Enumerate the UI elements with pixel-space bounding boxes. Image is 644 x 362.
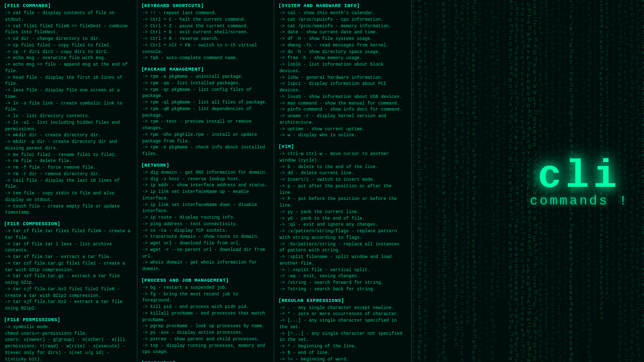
section-title-2-2: [REGULAR EXPRESSIONS] — [278, 298, 407, 303]
list-item: -> tar czf file.tar.gz file1 file2 - cre… — [4, 261, 133, 274]
list-item: -> symbolic mode. — [4, 324, 133, 331]
content-area: [FILE COMMANDS]-> cat file - display con… — [0, 0, 412, 362]
list-item: -> lsusb - show information about USB de… — [278, 94, 407, 100]
list-item: -> ss -ta - display TCP sockets. — [141, 228, 270, 234]
list-item: -> Ctrl + R - reverse search. — [141, 36, 270, 42]
list-item: -> rpm -e pkgName - uninstall package. — [141, 74, 270, 80]
list-item: -> echo msg - overwrite file with msg. — [4, 55, 133, 62]
list-item: -> kill pid - end process with pid# pid. — [141, 304, 270, 311]
list-item: -> ip addr - show interface address and … — [141, 182, 270, 189]
list-item: -> head file - display the first 10 line… — [4, 75, 133, 88]
section-0-2: [FILE PERMISSIONS]-> symbolic mode.chmod… — [4, 317, 133, 362]
list-item: -> ping address - test connectivity. — [141, 221, 270, 228]
section-title-2-0: [SYSTEM AND HARDWARE INFO] — [278, 3, 407, 9]
section-title-0-0: [FILE COMMANDS] — [4, 3, 133, 9]
list-item: -> Ctrl + D - exit current shell/screen. — [141, 29, 270, 36]
list-item: -> cat file1 file2 fileN >> fileDest - c… — [4, 23, 133, 36]
list-item: permissions: r(read) - w(rite) - x(execu… — [4, 343, 133, 350]
list-item: -> dig -x host - reverse lookup host. — [141, 176, 270, 183]
list-item: -> man command - show the manual for com… — [278, 100, 407, 107]
list-item: -> less file - display file one screen a… — [4, 87, 133, 100]
list-item: -> ip link set interfaceName down - disa… — [141, 202, 270, 215]
list-item: chmod users=+-permissions file. — [4, 331, 133, 337]
section-0-1: [FILE COMPRESSION]-> tar cf file.tar fil… — [4, 221, 133, 312]
section-title-1-0: [KEYBOARD SHORTCUTS] — [141, 3, 270, 9]
list-item: -> yG - yank to the end of file. — [278, 216, 407, 222]
list-item: -> rm -r dir - remove directory dir. — [4, 171, 133, 178]
list-item: -> cd dir - change directory to dir. — [4, 36, 133, 42]
section-2-1: [VIM]-> ctrl-w ctrl-w - move cursor to a… — [278, 144, 407, 293]
list-item: -> ls -al - list including hidden files … — [4, 120, 133, 133]
section-title-0-1: [FILE COMPRESSION] — [4, 221, 133, 227]
list-item: -> tar tf file.tar l less - list archive… — [4, 241, 133, 254]
list-item: -> killall procName - end processes that… — [141, 311, 270, 324]
list-item: -> Tab - auto-complete command name. — [141, 55, 270, 62]
section-1-2: [NETWORK]-> dig domain - get DNS informa… — [141, 163, 270, 273]
list-item: -> tail file - display the last 10 lines… — [4, 178, 133, 191]
list-item: -> dmesg -Tx - read messages from kernel… — [278, 42, 407, 49]
list-item: -> . - Any single character except newli… — [278, 305, 407, 312]
section-1-1: [PACKAGE MANAGEMENT]-> rpm -e pkgName - … — [141, 67, 270, 158]
list-item: -> :ql - exit and ignore any changes. — [278, 222, 407, 228]
list-item: -> pinfo command - show info docs for co… — [278, 107, 407, 113]
list-item: -> ls - list directory contents. — [4, 113, 133, 120]
list-item: -> Ctrl + Alt + FN - switch to n-th virt… — [141, 42, 270, 56]
list-item: -> /string - search forward for string. — [278, 280, 407, 286]
list-item: -> :split filename - split window and lo… — [278, 254, 407, 267]
list-item: -> :.vsplit file - vertical split. — [278, 267, 407, 274]
list-item: -> rpm -ql pkgName - list all files of p… — [141, 99, 270, 106]
list-item: -> pgrep procName - look up processes by… — [141, 323, 270, 330]
list-item: -> Ctrl + C - halt the current command. — [141, 17, 270, 23]
list-item: -> rm file - delete file. — [4, 158, 133, 165]
column-2: [SYSTEM AND HARDWARE INFO]-> cal - show … — [274, 0, 411, 362]
list-item: -> cat /proc/meminfo - memory informatio… — [278, 23, 407, 30]
list-item: -> \< - beginning of word. — [278, 356, 407, 363]
list-item: -> wget url - download file from url. — [141, 240, 270, 247]
list-item: -> ?string - search back for string. — [278, 286, 407, 293]
list-item: -> cat file - display contents of file o… — [4, 10, 133, 23]
list-item: -> D - delete to the end of the line. — [278, 164, 407, 171]
list-item: -> ps -aux - display active processes. — [141, 330, 270, 336]
list-item: -> wget -r --no-parent url - download di… — [141, 247, 270, 260]
list-item: -> rpm -qc pkgName - list config files o… — [141, 87, 270, 100]
list-item: -> :%s/pattern/string - replace all inst… — [278, 241, 407, 254]
list-item: users: u(owner) - g(group) - o(other) - … — [4, 337, 133, 343]
list-item: -> cal - show this month's calendar. — [278, 10, 407, 17]
list-item: -> ip link set interfaceName up - enable… — [141, 189, 270, 202]
list-item: -> df -h - show file systems usage. — [278, 36, 407, 42]
section-title-1-3: [PROCESS AND JOB MANAGEMENT] — [141, 278, 270, 283]
section-title-1-2: [NETWORK] — [141, 163, 270, 168]
list-item: -> mkdir -p dir - create directory dir a… — [4, 139, 133, 152]
list-item: -> tar xzf file.tar.gz - extract a tar f… — [4, 273, 133, 286]
section-2-2: [REGULAR EXPRESSIONS]-> . - Any single c… — [278, 298, 407, 363]
section-title-2-1: [VIM] — [278, 144, 407, 149]
list-item: -> ctrl-w ctrl-w - move cursor to anothe… — [278, 151, 407, 164]
list-item: -> top - display running processes, memo… — [141, 343, 270, 356]
commands-label: commands ! — [530, 193, 629, 209]
section-1-0: [KEYBOARD SHORTCUTS]-> !! - repeat last … — [141, 3, 270, 62]
section-2-0: [SYSTEM AND HARDWARE INFO]-> cal - show … — [278, 3, 407, 139]
list-item: -> dd - delete current line. — [278, 170, 407, 177]
list-item: -> [...] - any single character specifie… — [278, 318, 407, 331]
list-item: -> rpm --test - preview install or remov… — [141, 119, 270, 132]
list-item: -> ^ - beginning of the line. — [278, 343, 407, 350]
list-item: -> :wq - exit, saving changes. — [278, 273, 407, 280]
list-item: -> uname -r - display kernel version and… — [278, 113, 407, 126]
list-item: -> cat /proc/cpuinfo - cpu information. — [278, 17, 407, 23]
list-item: -> tee file - copy stdin to file and als… — [4, 190, 133, 203]
list-item: -> :s/pattern/string/flags - replace pat… — [278, 228, 407, 241]
list-item: -> lsblk - list information about block … — [278, 62, 407, 75]
list-item: -> ip route - display routing info. — [141, 215, 270, 221]
list-item: -> mkdir dir - create directory dir. — [4, 132, 133, 139]
list-item: -> P - put before the position or before… — [278, 196, 407, 209]
list-item: -> tar xjf file.tar.bz2 - extract a tar … — [4, 299, 133, 312]
list-item: -> Ctrl + Z - pause the current command. — [141, 23, 270, 30]
list-item: -> whois domain - get whois information … — [141, 260, 270, 273]
list-item: -> cp -r dir1 dir2 - copy dir1 to dir2. — [4, 49, 133, 56]
list-item: -> touch file - create empty file or upd… — [4, 203, 133, 217]
list-item: -> rpm -qR pkgName - list dependencies o… — [141, 106, 270, 119]
section-title-0-2: [FILE PERMISSIONS] — [4, 317, 133, 323]
list-item: -> rpm -Uhv pkgFile.rpm - install or upd… — [141, 132, 270, 145]
list-item: -> Insert/i - switch to insert mode. — [278, 177, 407, 183]
list-item: -> lshw - general hardware information. — [278, 75, 407, 81]
